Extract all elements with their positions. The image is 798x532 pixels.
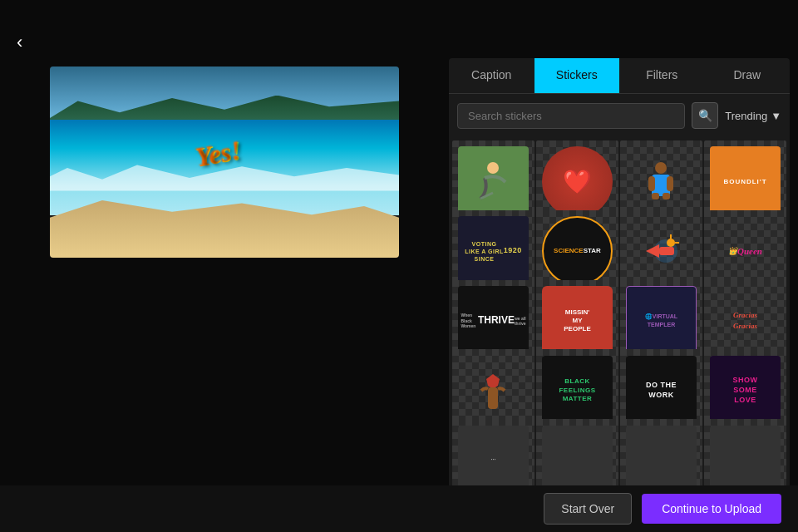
- trending-label: Trending: [725, 110, 767, 122]
- sticker-content: ❤️: [542, 146, 612, 216]
- video-preview: Yes!: [50, 66, 399, 258]
- sticker-content: When Black Women THRIVE we all thrive: [458, 286, 528, 356]
- sticker-content: SHOWSOMELOVE: [710, 356, 780, 426]
- search-button[interactable]: 🔍: [692, 102, 718, 129]
- svg-rect-13: [488, 387, 498, 409]
- sticker-grid: ❤️ BOUNDLI'T VOTINGLIK: [449, 137, 790, 490]
- search-input[interactable]: [457, 103, 685, 129]
- sticker-content: 🌐VIRTUALTEMPLER: [626, 286, 696, 356]
- sticker-content: BOUNDLI'T: [710, 146, 780, 216]
- sticker-content: ···: [458, 426, 528, 490]
- sticker-content: GraciasGracias: [710, 286, 780, 356]
- tab-bar: Caption Stickers Filters Draw: [449, 58, 790, 94]
- sticker-content: 👑 Queen: [710, 216, 780, 286]
- sticker-content: [626, 426, 696, 490]
- sticker-item[interactable]: [536, 419, 618, 490]
- svg-point-10: [667, 239, 675, 247]
- sticker-content: [458, 356, 528, 426]
- tab-caption[interactable]: Caption: [449, 58, 534, 93]
- sticker-content: DO THEWORK: [626, 356, 696, 426]
- svg-rect-9: [659, 247, 674, 255]
- svg-point-0: [487, 162, 499, 174]
- sand-layer: [50, 200, 399, 258]
- svg-rect-4: [648, 176, 655, 191]
- sticker-content: [710, 426, 780, 490]
- sticker-content: MISSIN'MYPEOPLE: [542, 286, 612, 356]
- sticker-content: [626, 216, 696, 286]
- sticker-content: [626, 146, 696, 216]
- sticker-content: VOTINGLIKE A GIRLSINCE1920: [458, 216, 528, 286]
- tab-stickers[interactable]: Stickers: [534, 58, 620, 93]
- trending-dropdown[interactable]: Trending ▼: [725, 110, 781, 122]
- continue-upload-button[interactable]: Continue to Upload: [642, 494, 781, 524]
- tab-draw[interactable]: Draw: [705, 58, 791, 93]
- tab-filters[interactable]: Filters: [619, 58, 705, 93]
- back-button[interactable]: ‹: [17, 32, 22, 53]
- svg-rect-6: [652, 193, 659, 200]
- bottom-bar: Start Over Continue to Upload: [0, 485, 798, 532]
- svg-point-2: [655, 162, 667, 174]
- sticker-item[interactable]: [704, 419, 786, 490]
- chevron-down-icon: ▼: [771, 110, 781, 122]
- svg-rect-5: [667, 176, 673, 191]
- svg-rect-7: [663, 193, 670, 200]
- sticker-content: BLACKFEELINGSMATTER: [542, 356, 612, 426]
- sticker-content: [542, 426, 612, 490]
- editor-panel: Caption Stickers Filters Draw 🔍 Trending…: [449, 58, 790, 490]
- sticker-content: SCIENCESTAR: [542, 216, 612, 286]
- beach-image: Yes!: [50, 66, 399, 258]
- sticker-content: [458, 146, 528, 216]
- search-bar: 🔍 Trending ▼: [449, 94, 790, 137]
- sticker-item[interactable]: [620, 419, 702, 490]
- start-over-button[interactable]: Start Over: [544, 493, 632, 525]
- sticker-item[interactable]: ···: [452, 419, 534, 490]
